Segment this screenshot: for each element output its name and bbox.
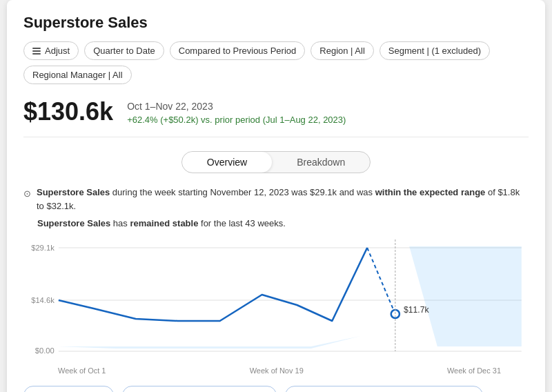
svg-text:$29.1k: $29.1k	[31, 244, 55, 252]
region-label: Region | All	[319, 46, 365, 56]
quarter-label: Quarter to Date	[93, 46, 155, 56]
regional-manager-label: Regional Manager | All	[32, 70, 123, 80]
svg-text:$14.6k: $14.6k	[31, 296, 55, 304]
metric-section: $130.6k Oct 1–Nov 22, 2023 +62.4% (+$50.…	[23, 98, 529, 137]
x-label-dec: Week of Dec 31	[447, 366, 501, 375]
metric-value: $130.6k	[23, 98, 113, 126]
question-link-trend[interactable]: What is the trend?	[23, 386, 114, 392]
main-card: Superstore Sales Adjust Quarter to Date …	[7, 0, 545, 392]
x-label-nov: Week of Nov 19	[250, 366, 304, 375]
segment-label: Segment | (1 excluded)	[388, 46, 481, 56]
metric-detail: Oct 1–Nov 22, 2023 +62.4% (+$50.2k) vs. …	[127, 98, 346, 125]
toolbar: Adjust Quarter to Date Compared to Previ…	[23, 41, 529, 84]
pin-icon: ⊙	[23, 187, 31, 202]
compared-label: Compared to Previous Period	[179, 46, 297, 56]
chart-area: $29.1k $14.6k $0.00 $11.7k	[23, 239, 529, 364]
adjust-label: Adjust	[45, 46, 70, 56]
metric-change: +62.4% (+$50.2k) vs. prior period (Jul 1…	[127, 115, 346, 125]
regional-manager-button[interactable]: Regional Manager | All	[23, 66, 132, 84]
question-link-manager[interactable]: Which Regional Manager increased the mos…	[285, 386, 482, 392]
grid-icon	[32, 48, 41, 55]
insight-line1: ⊙ Superstore Sales during the week start…	[23, 186, 529, 215]
segment-button[interactable]: Segment | (1 excluded)	[379, 41, 490, 60]
tab-overview[interactable]: Overview	[182, 152, 272, 173]
svg-text:$0.00: $0.00	[35, 346, 55, 355]
main-line-solid	[59, 248, 367, 321]
insight-section: ⊙ Superstore Sales during the week start…	[23, 186, 529, 231]
tab-breakdown[interactable]: Breakdown	[272, 152, 370, 173]
tabs-container: Overview Breakdown	[23, 151, 529, 173]
svg-text:$11.7k: $11.7k	[404, 305, 430, 315]
expected-range-band	[59, 246, 522, 349]
question-links: What is the trend? Which Region increase…	[23, 386, 529, 392]
main-line-dashed	[367, 248, 395, 314]
compared-to-previous-button[interactable]: Compared to Previous Period	[170, 41, 306, 60]
quarter-to-date-button[interactable]: Quarter to Date	[84, 41, 164, 60]
metric-period: Oct 1–Nov 22, 2023	[127, 101, 346, 112]
question-link-region[interactable]: Which Region increased the most?	[122, 386, 277, 392]
page-title: Superstore Sales	[23, 14, 529, 32]
region-button[interactable]: Region | All	[310, 41, 374, 60]
insight-line2: Superstore Sales has remained stable for…	[23, 217, 529, 231]
x-label-oct: Week of Oct 1	[58, 366, 106, 375]
adjust-button[interactable]: Adjust	[23, 41, 79, 60]
chart-svg: $29.1k $14.6k $0.00 $11.7k	[23, 239, 529, 364]
x-axis-labels: Week of Oct 1 Week of Nov 19 Week of Dec…	[23, 366, 529, 375]
tabs: Overview Breakdown	[181, 151, 371, 173]
